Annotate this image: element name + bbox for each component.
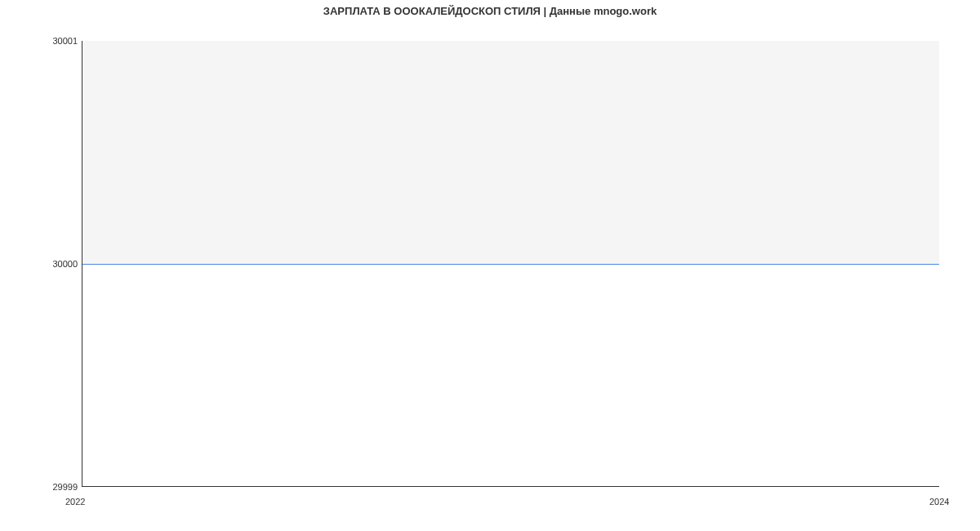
x-tick-left: 2022: [65, 497, 85, 506]
y-tick-bottom: 29999: [29, 482, 78, 492]
chart-title: ЗАРПЛАТА В ОООКАЛЕЙДОСКОП СТИЛЯ | Данные…: [0, 5, 980, 17]
y-tick-mid: 30000: [29, 259, 78, 269]
x-tick-right: 2024: [929, 497, 949, 506]
grid-band: [82, 41, 939, 264]
line-series: [82, 264, 939, 265]
salary-chart: ЗАРПЛАТА В ОООКАЛЕЙДОСКОП СТИЛЯ | Данные…: [0, 0, 980, 531]
y-tick-top: 30001: [29, 36, 78, 46]
plot-area: [82, 41, 939, 487]
